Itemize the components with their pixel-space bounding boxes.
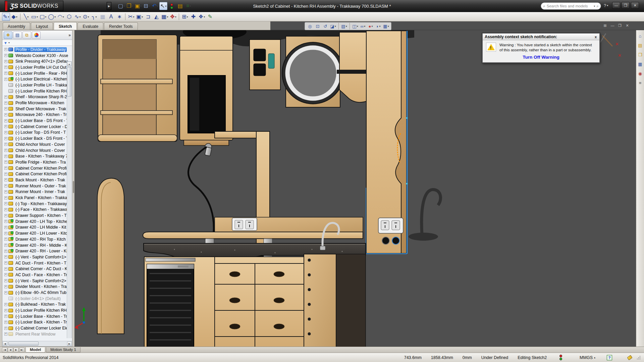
resize-grip[interactable] xyxy=(637,356,641,360)
make-drawing-icon[interactable]: ▣▾ xyxy=(134,2,142,10)
expand-toggle-icon[interactable]: + xyxy=(4,327,7,330)
tree-item[interactable]: +AC Duct - Face - Kitchen - Tr xyxy=(4,272,72,278)
dropdown-caret-icon[interactable]: ▾ xyxy=(88,15,89,18)
tree-item[interactable]: (-) Locker Profile LH - Trakka xyxy=(4,82,72,88)
tree-item[interactable]: +(-) Bulkhead - Kitchen - Trak xyxy=(4,302,72,308)
expand-toggle-icon[interactable]: + xyxy=(4,267,7,270)
model-microwave[interactable] xyxy=(180,36,233,145)
tab-layout[interactable]: Layout xyxy=(31,22,53,30)
tree-item[interactable]: +(-) Cabinet Corner Locker - D xyxy=(4,124,72,130)
tree-item[interactable]: +(-) Locker Profile - Rear - RH xyxy=(4,70,72,76)
dropdown-caret-icon[interactable]: ▾ xyxy=(16,15,17,18)
tree-item[interactable]: +Sink Pressing 407<1> (Defau xyxy=(4,58,72,64)
tag-icon[interactable] xyxy=(627,355,632,360)
tree-item-label[interactable]: Drawer 420 - RH - Middle - K xyxy=(14,243,68,248)
tree-item-label[interactable]: (-) Locker Top - DS Front - T xyxy=(14,130,67,135)
expand-toggle-icon[interactable]: + xyxy=(4,161,7,164)
tab-evaluate[interactable]: Evaluate xyxy=(77,22,103,30)
tree-item-label[interactable]: Webasto Cooker X100 - Asse xyxy=(14,53,69,58)
tree-item[interactable]: +Cabinet Corner Kitchen Profi xyxy=(4,165,72,171)
tree-item-label[interactable]: Child Anchor Mount - Cover xyxy=(14,148,66,153)
appearances-scenes-icon[interactable]: ◉ xyxy=(637,70,644,77)
viewport-minimize-icon[interactable]: — xyxy=(609,22,616,28)
dropdown-caret-icon[interactable]: ▾ xyxy=(133,15,134,18)
tree-filter-row[interactable]: ▼ ▾ xyxy=(2,40,72,46)
notification-close-icon[interactable]: x xyxy=(594,35,597,39)
tree-item[interactable]: +(-) Vent - Saphir Comfort<1> xyxy=(4,254,72,260)
expand-toggle-icon[interactable]: + xyxy=(4,143,7,146)
tree-item[interactable]: +(-) Locker Base - DS Front - T xyxy=(4,118,72,124)
viewport-restore-icon[interactable]: ❐ xyxy=(616,22,623,28)
tree-item[interactable]: +Cabinet Corner - AC Duct - K xyxy=(4,266,72,272)
move-entities-icon[interactable]: ✥▾ xyxy=(169,13,177,21)
tree-item[interactable]: +Drawer 420 - RH - Lower - Ki xyxy=(4,248,72,254)
tree-item-label[interactable]: (-) Locker Profile LH - Trakka xyxy=(14,83,68,87)
model-upper-locker-right[interactable] xyxy=(337,32,370,102)
tab-motion-study-1[interactable]: Motion Study 1 xyxy=(46,347,80,353)
dropdown-caret-icon[interactable]: ▾ xyxy=(54,15,56,18)
dropdown-caret-icon[interactable]: ▾ xyxy=(379,25,380,28)
previous-view-icon[interactable]: ↺ xyxy=(322,23,329,29)
restore-button[interactable]: ❐ xyxy=(622,2,630,9)
tree-item[interactable]: +Shelf - Microwave Sharp R-2 xyxy=(4,94,72,100)
expand-toggle-icon[interactable]: + xyxy=(4,196,7,199)
linear-sketch-pattern-icon[interactable]: ▦▾ xyxy=(161,13,169,21)
tree-item[interactable]: (-) boiler-14l<1> (Default) xyxy=(4,296,72,302)
expand-toggle-icon[interactable]: + xyxy=(4,184,7,187)
convert-entities-icon[interactable]: ▣▾ xyxy=(136,13,144,21)
tree-item[interactable]: +Shelf Over Microwave - Trak xyxy=(4,106,72,112)
sketch-fillet-icon[interactable]: ╮▾ xyxy=(90,13,98,21)
tree-item[interactable]: +(-) Locker Base - Kitchen - Tr xyxy=(4,313,72,319)
open-document-icon[interactable]: ❒▾ xyxy=(126,2,134,10)
circle-icon[interactable]: ◯▾ xyxy=(47,13,56,21)
tree-item-label[interactable]: (-) Cabinet Corner Locker - D xyxy=(14,124,68,129)
tree-item[interactable]: +(-) Face - Kitchen - Trakkawa xyxy=(4,207,72,213)
tree-item-label[interactable]: Drawer 420 - RH - Lower - Ki xyxy=(14,249,68,253)
dropdown-caret-icon[interactable]: ▾ xyxy=(388,25,389,28)
expand-toggle-icon[interactable]: + xyxy=(4,102,7,105)
search-input[interactable]: Search files and models xyxy=(547,4,593,8)
point-icon[interactable]: ∗ xyxy=(115,13,123,21)
dropdown-caret-icon[interactable]: ▾ xyxy=(204,15,205,18)
expand-toggle-icon[interactable]: + xyxy=(4,178,7,181)
solidworks-resources-icon[interactable]: ⌂ xyxy=(637,32,644,40)
tree-item[interactable]: +Webasto Cooker X100 - Asse xyxy=(4,53,72,59)
drawer-handle[interactable] xyxy=(229,272,240,277)
dropdown-caret-icon[interactable]: ▾ xyxy=(63,15,64,18)
expand-toggle-icon[interactable]: + xyxy=(4,244,7,247)
tree-item[interactable]: +(-) Elbow -90- AC 60mm Tub xyxy=(4,290,72,296)
tree-item-label[interactable]: Drawer 420 - LH Lower - Kitc xyxy=(14,231,68,236)
tree-item-label[interactable]: Base - Kitchen - Trakkaway 7 xyxy=(14,154,69,159)
scrollbar-thumb-horizontal[interactable] xyxy=(8,342,39,346)
zoom-to-fit-icon[interactable]: ◎ xyxy=(306,23,314,29)
drawer-handle[interactable] xyxy=(274,272,284,277)
model-cabinet-interior[interactable] xyxy=(336,254,366,347)
expand-toggle-icon[interactable]: + xyxy=(4,202,7,205)
dropdown-caret-icon[interactable]: ▾ xyxy=(346,25,347,28)
dropdown-caret-icon[interactable]: ▾ xyxy=(96,15,97,18)
tree-item[interactable]: +Child Anchor Mount - Cover xyxy=(4,141,72,147)
model-base-cabinet[interactable] xyxy=(144,254,366,347)
tab-render-tools[interactable]: Render Tools xyxy=(104,22,138,30)
dropdown-caret-icon[interactable]: ▾ xyxy=(364,25,365,28)
tree-item-label[interactable]: Cabinet Corner - AC Duct - K xyxy=(14,266,68,271)
menu-expand-arrow[interactable]: ▶ xyxy=(107,2,111,10)
drawer-handle[interactable] xyxy=(229,324,240,329)
tree-item[interactable]: +Drawer 420 - RH Top - Kitch xyxy=(4,236,72,242)
tree-item[interactable]: +Drawer 420 - LH Middle - Kit xyxy=(4,225,72,231)
model-fridge-vent[interactable] xyxy=(147,264,194,347)
dropdown-caret-icon[interactable]: ▾ xyxy=(335,25,336,28)
expand-toggle-icon[interactable]: + xyxy=(4,72,7,75)
scroll-left-arrow[interactable]: ◀ xyxy=(3,342,7,346)
model-porthole-window[interactable] xyxy=(282,36,344,107)
dropdown-caret-icon[interactable]: ▾ xyxy=(27,15,29,18)
line-icon[interactable]: ╲▾ xyxy=(22,13,30,21)
tree-item[interactable]: +(-) Locker Profile LH Cut Out xyxy=(4,64,72,70)
tree-item[interactable]: +Back Mount - Kitchen - Trak xyxy=(4,177,72,183)
expand-toggle-icon[interactable]: + xyxy=(4,315,7,318)
tree-item[interactable]: +Drawer 420 - LH Lower - Kitc xyxy=(4,230,72,236)
tree-item-label[interactable]: (-) Top - Kitchen - Trakkaway xyxy=(14,201,68,206)
smart-dimension-icon[interactable]: ◆▾ xyxy=(10,13,18,21)
tree-item-label[interactable]: AC Duct - Front - Kitchen - T xyxy=(14,261,67,265)
model-upper-locker-left[interactable] xyxy=(98,35,177,141)
